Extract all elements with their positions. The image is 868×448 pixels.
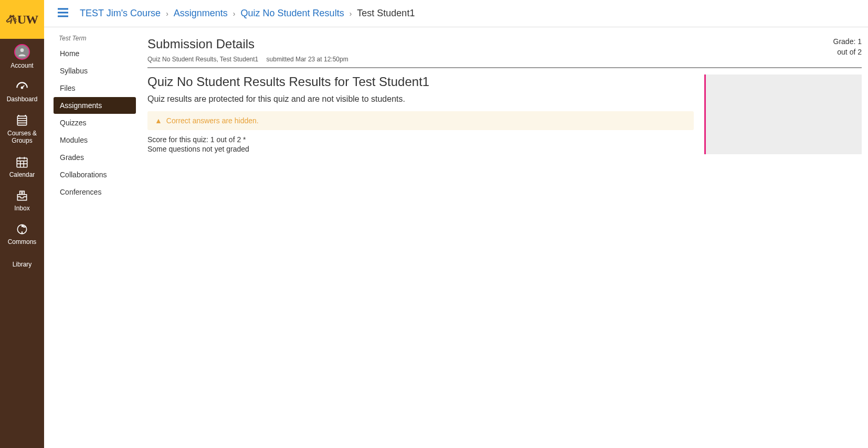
logo-text: UW <box>17 13 38 26</box>
course-nav: Test Term Home Syllabus Files Assignment… <box>44 27 136 448</box>
term-label: Test Term <box>54 35 136 42</box>
nav-label: Account <box>10 62 33 69</box>
svg-point-8 <box>25 115 26 115</box>
breadcrumb: TEST Jim's Course › Assignments › Quiz N… <box>80 8 415 19</box>
right-sidebar <box>704 74 862 154</box>
inbox-icon <box>15 189 29 202</box>
course-nav-quizzes[interactable]: Quizzes <box>54 114 136 131</box>
avatar-icon <box>14 44 30 60</box>
warning-icon: ▲ <box>155 116 162 125</box>
submission-subheader: Quiz No Student Results, Test Student1 s… <box>147 56 355 63</box>
course-nav-assignments[interactable]: Assignments <box>54 97 136 114</box>
logo[interactable]: 𐂃UW <box>0 0 44 39</box>
course-nav-grades[interactable]: Grades <box>54 149 136 166</box>
content-main: Submission Details Quiz No Student Resul… <box>147 37 862 439</box>
answers-hidden-alert: ▲ Correct answers are hidden. <box>147 111 694 130</box>
nav-label: Dashboard <box>7 95 38 103</box>
nav-commons[interactable]: Commons <box>0 217 44 251</box>
submission-name: Quiz No Student Results, Test Student1 <box>147 56 258 63</box>
breadcrumb-link[interactable]: TEST Jim's Course <box>80 8 161 19</box>
nav-label: Commons <box>8 238 37 246</box>
nav-label: Calendar <box>9 171 35 178</box>
svg-point-7 <box>18 115 19 115</box>
nav-courses[interactable]: Courses & Groups <box>0 109 44 150</box>
course-nav-conferences[interactable]: Conferences <box>54 184 136 200</box>
course-nav-modules[interactable]: Modules <box>54 132 136 148</box>
svg-rect-9 <box>17 158 27 167</box>
course-nav-home[interactable]: Home <box>54 45 136 62</box>
course-nav-files[interactable]: Files <box>54 80 136 97</box>
grade-value: Grade: 1 <box>833 37 862 47</box>
alert-text: Correct answers are hidden. <box>166 116 259 125</box>
chevron-right-icon: › <box>233 9 236 18</box>
library-icon <box>15 257 29 259</box>
nav-account[interactable]: Account <box>0 39 44 74</box>
calendar-icon <box>15 155 29 169</box>
nav-label: Courses & Groups <box>2 130 42 145</box>
results-title: Quiz No Student Results Results for Test… <box>147 74 694 89</box>
results-protected-note: Quiz results are protected for this quiz… <box>147 94 694 104</box>
grade-display: Grade: 1 out of 2 <box>833 37 862 57</box>
score-line: Score for this quiz: 1 out of 2 * <box>147 135 694 144</box>
svg-rect-16 <box>17 195 26 200</box>
nav-inbox[interactable]: Inbox <box>0 184 44 217</box>
dashboard-icon <box>15 80 29 93</box>
chevron-right-icon: › <box>350 9 352 18</box>
svg-point-0 <box>20 48 24 52</box>
hamburger-menu-icon[interactable] <box>57 7 69 19</box>
bucking-horse-icon: 𐂃 <box>6 14 16 26</box>
breadcrumb-link[interactable]: Quiz No Student Results <box>241 8 344 19</box>
courses-icon <box>15 114 29 127</box>
nav-label: Library <box>13 261 32 268</box>
page-title: Submission Details <box>147 37 355 51</box>
nav-label: Inbox <box>14 205 29 212</box>
course-nav-syllabus[interactable]: Syllabus <box>54 62 136 79</box>
nav-calendar[interactable]: Calendar <box>0 150 44 184</box>
grading-note: Some questions not yet graded <box>147 145 694 153</box>
commons-icon <box>15 222 29 236</box>
nav-dashboard[interactable]: Dashboard <box>0 74 44 108</box>
nav-library[interactable]: Library <box>0 251 44 273</box>
chevron-right-icon: › <box>166 9 168 18</box>
breadcrumb-link[interactable]: Assignments <box>174 8 228 19</box>
global-nav: 𐂃UW Account Dashboard Courses & Groups <box>0 0 44 448</box>
breadcrumb-current: Test Student1 <box>357 8 415 19</box>
grade-outof: out of 2 <box>833 47 862 58</box>
submission-time: submitted Mar 23 at 12:50pm <box>267 56 348 63</box>
topbar: TEST Jim's Course › Assignments › Quiz N… <box>44 0 868 27</box>
course-nav-collaborations[interactable]: Collaborations <box>54 166 136 183</box>
